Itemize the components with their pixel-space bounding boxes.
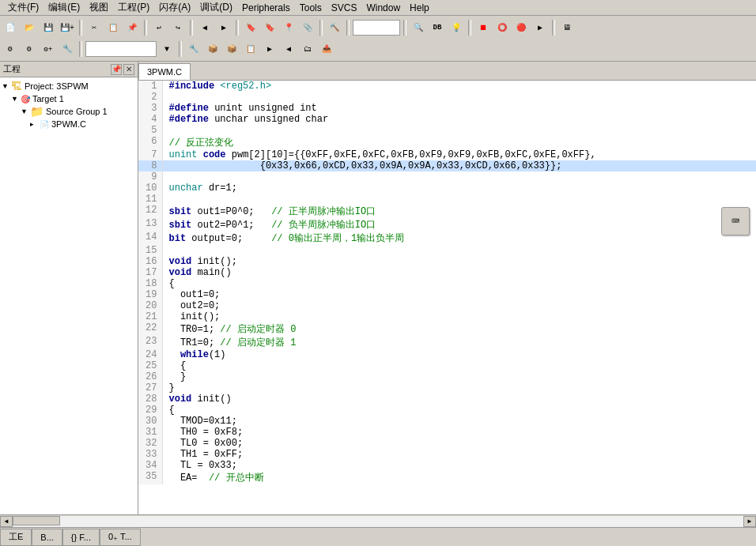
nav-back-btn[interactable]: ◀ xyxy=(196,19,214,36)
expand-icon[interactable]: ▼ xyxy=(2,82,9,90)
bookmark-btn[interactable]: 🔖 xyxy=(242,19,259,36)
copy-btn[interactable]: 📋 xyxy=(104,19,122,36)
menu-view[interactable]: 视图 xyxy=(85,0,113,16)
code-content[interactable]: out2=0; xyxy=(162,300,756,311)
code-content[interactable]: while(1) xyxy=(162,349,756,360)
tree-source-group[interactable]: ▼ 📁 Source Group 1 xyxy=(2,104,136,119)
code-content[interactable]: { xyxy=(162,360,756,371)
code-content[interactable]: {0x33,0x66,0xCD,0x33,0x9A,0x9A,0x33,0xCD… xyxy=(162,160,756,171)
proj-btn3[interactable]: 📦 xyxy=(223,40,240,58)
code-content[interactable]: #define unchar unsigned char xyxy=(162,114,756,125)
tree-project[interactable]: ▼ 🏗 Project: 3SPWM xyxy=(2,79,136,93)
code-content[interactable] xyxy=(162,92,756,103)
file-expand-icon[interactable]: ▸ xyxy=(30,120,38,128)
code-content[interactable]: void init(); xyxy=(162,256,756,267)
target-dropdown[interactable]: ▼ xyxy=(158,40,176,58)
proj-btn7[interactable]: 🗂 xyxy=(299,40,316,58)
target-name-input[interactable]: pwm xyxy=(353,20,400,36)
proj-btn4[interactable]: 📋 xyxy=(242,40,259,58)
tree-file[interactable]: ▸ 📄 3PWM.C xyxy=(2,119,136,130)
menu-file[interactable]: 文件(F) xyxy=(3,0,43,16)
code-content[interactable]: TMOD=0x11; xyxy=(162,416,756,427)
proj-btn2[interactable]: 📦 xyxy=(204,40,221,58)
code-content[interactable]: bit output=0; // 0输出正半周，1输出负半周 xyxy=(162,232,756,245)
code-content[interactable]: TR0=1; // 启动定时器 0 xyxy=(162,322,756,336)
proj-btn8[interactable]: 📤 xyxy=(318,40,335,58)
proj-btn5[interactable]: ▶ xyxy=(261,40,278,58)
code-content[interactable]: void main() xyxy=(162,267,756,278)
dbg3-btn[interactable]: ⚙+ xyxy=(40,40,57,58)
code-content[interactable]: // 反正弦变化 xyxy=(162,136,756,149)
menu-debug[interactable]: 调试(D) xyxy=(195,0,237,16)
status-tab-f[interactable]: {} F... xyxy=(62,529,100,546)
target-select[interactable]: Target 1 xyxy=(85,41,157,57)
menu-project[interactable]: 工程(P) xyxy=(113,0,154,16)
proj-btn1[interactable]: 🔧 xyxy=(185,40,202,58)
stop-btn[interactable]: ⏹ xyxy=(474,19,492,36)
build-icon[interactable]: 🔨 xyxy=(326,19,343,36)
code-content[interactable]: #include <reg52.h> xyxy=(162,81,756,92)
target-expand-icon[interactable]: ▼ xyxy=(11,95,19,103)
chip-btn[interactable]: 💡 xyxy=(448,19,465,36)
code-content[interactable]: sbit out1=P0^0; // 正半周脉冲输出IO口 xyxy=(162,205,756,218)
code-content[interactable]: unchar dr=1; xyxy=(162,183,756,194)
code-content[interactable] xyxy=(162,171,756,183)
code-content[interactable]: TR1=0; // 启动定时器 1 xyxy=(162,336,756,349)
proj-btn6[interactable]: ◀ xyxy=(280,40,297,58)
code-content[interactable]: EA= // 开总中断 xyxy=(162,471,756,484)
bookmark4-btn[interactable]: 📎 xyxy=(299,19,316,36)
menu-tools[interactable]: Tools xyxy=(295,1,327,15)
keyboard-btn[interactable]: ⌨ xyxy=(721,207,750,235)
srcgrp-expand-icon[interactable]: ▼ xyxy=(21,107,28,115)
status-tab-t[interactable]: 0₊ T... xyxy=(100,529,141,546)
code-content[interactable]: { xyxy=(162,405,756,416)
code-content[interactable] xyxy=(162,194,756,205)
code-content[interactable]: out1=0; xyxy=(162,289,756,300)
code-editor[interactable]: ⌨ 1 #include <reg52.h> 2 3 xyxy=(138,81,756,514)
code-content[interactable]: { xyxy=(162,278,756,289)
code-content[interactable]: } xyxy=(162,371,756,382)
paste-btn[interactable]: 📌 xyxy=(123,19,141,36)
panel-pin-btn[interactable]: 📌 xyxy=(111,64,122,75)
code-content[interactable]: void init() xyxy=(162,393,756,405)
menu-flash[interactable]: 闪存(A) xyxy=(154,0,195,16)
code-content[interactable]: TL = 0x33; xyxy=(162,460,756,471)
menu-svcs[interactable]: SVCS xyxy=(327,1,362,15)
status-tab-b[interactable]: B... xyxy=(32,529,62,546)
save-btn[interactable]: 💾 xyxy=(40,19,57,36)
tab-3pwm[interactable]: 3PWM.C xyxy=(138,63,191,80)
menu-help[interactable]: Help xyxy=(405,1,434,15)
status-tab-project[interactable]: 工E xyxy=(0,529,32,546)
code-content[interactable]: TH0 = 0xF8; xyxy=(162,427,756,438)
code-content[interactable]: TL0 = 0x00; xyxy=(162,438,756,449)
bookmark2-btn[interactable]: 🔖 xyxy=(261,19,278,36)
menu-window[interactable]: Window xyxy=(361,1,405,15)
code-content[interactable]: sbit out2=P0^1; // 负半周脉冲输出IO口 xyxy=(162,218,756,232)
code-content[interactable] xyxy=(162,125,756,136)
code-content[interactable]: init(); xyxy=(162,311,756,322)
code-content[interactable] xyxy=(162,245,756,256)
undo-btn[interactable]: ↩ xyxy=(150,19,168,36)
code-content[interactable]: } xyxy=(162,382,756,393)
new-btn[interactable]: 📄 xyxy=(2,19,19,36)
db-btn[interactable]: DB xyxy=(429,19,446,36)
scrollbar-track[interactable] xyxy=(13,516,743,527)
dbg1-btn[interactable]: ⚙ xyxy=(2,40,19,58)
code-content[interactable]: TH1 = 0xFF; xyxy=(162,449,756,460)
dbg4-btn[interactable]: 🔧 xyxy=(59,40,76,58)
bookmark3-btn[interactable]: 📍 xyxy=(280,19,297,36)
dbg2-btn[interactable]: ⚙ xyxy=(21,40,38,58)
save-all-btn[interactable]: 💾+ xyxy=(59,19,76,36)
window-btn[interactable]: 🖥 xyxy=(558,19,576,36)
cut-btn[interactable]: ✂ xyxy=(85,19,103,36)
panel-close-btn[interactable]: ✕ xyxy=(123,64,134,75)
debug2-btn[interactable]: 🔴 xyxy=(512,19,530,36)
scroll-left-btn[interactable]: ◀ xyxy=(0,516,13,527)
code-content[interactable]: unint code pwm[2][10]={{0xFF,0xFE,0xFC,0… xyxy=(162,149,756,160)
scrollbar-thumb[interactable] xyxy=(13,516,60,525)
scroll-right-btn[interactable]: ▶ xyxy=(743,516,756,527)
menu-peripherals[interactable]: Peripherals xyxy=(237,1,295,15)
menu-edit[interactable]: 编辑(E) xyxy=(43,0,85,16)
circle-btn[interactable]: ⭕ xyxy=(493,19,511,36)
run-btn[interactable]: ▶ xyxy=(531,19,549,36)
